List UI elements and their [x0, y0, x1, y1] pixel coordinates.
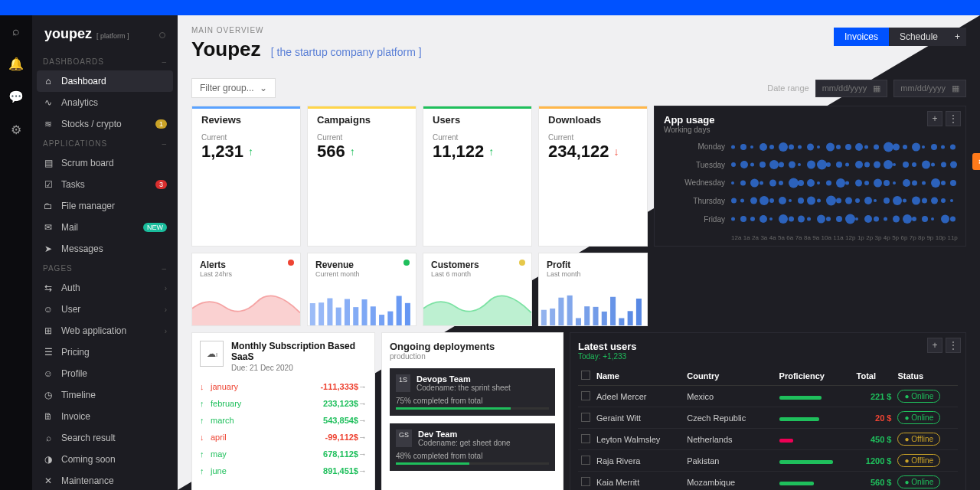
bell-icon[interactable]: 🔔 — [8, 57, 24, 71]
badge: 3 — [155, 180, 167, 189]
month-row[interactable]: ↑february233,123$ → — [200, 395, 367, 412]
svg-rect-18 — [593, 307, 599, 325]
icon-rail: ⌕ 🔔 💬 ⚙ — [0, 15, 32, 490]
svg-rect-13 — [550, 309, 555, 325]
gear-icon[interactable]: ⚙ — [11, 122, 21, 137]
sidebar-item-user[interactable]: ☺User› — [32, 299, 178, 320]
deploy-team[interactable]: GSDev TeamCodename: get sheet done48% co… — [390, 423, 555, 471]
row-checkbox[interactable] — [581, 456, 590, 465]
mini-chart-profit[interactable]: ProfitLast month — [538, 253, 648, 326]
row-checkbox[interactable] — [581, 413, 590, 422]
arrow-down-icon: ↓ — [200, 382, 211, 391]
kpi-card-users[interactable]: UsersCurrent11,122↑ — [423, 106, 532, 247]
nav-icon: ☑ — [43, 179, 54, 190]
badge: NEW — [143, 223, 167, 232]
status-badge: ● Online — [897, 411, 940, 424]
search-icon[interactable]: ⌕ — [12, 24, 20, 38]
mini-chart-alerts[interactable]: AlertsLast 24hrs — [191, 253, 301, 326]
mini-chart-customers[interactable]: CustomersLast 6 month — [423, 253, 532, 326]
sidebar-item-pricing[interactable]: ☰Pricing — [32, 341, 178, 363]
sidebar-item-auth[interactable]: ⇆Auth› — [32, 277, 178, 299]
month-row[interactable]: ↑june891,451$ → — [200, 462, 367, 479]
status-badge: ● Offline — [897, 454, 940, 467]
nav-icon: ≋ — [43, 119, 54, 129]
svg-rect-14 — [558, 298, 564, 325]
arrow-up-icon: ↑ — [200, 416, 211, 425]
arrow-down-icon: ↓ — [200, 433, 211, 442]
brand-tag: [ platform ] — [96, 32, 129, 40]
status-dot-icon — [288, 260, 294, 266]
row-checkbox[interactable] — [581, 434, 590, 443]
add-user-button[interactable]: + — [927, 338, 942, 353]
nav-icon: ☰ — [43, 347, 54, 358]
date-from-input[interactable]: mm/dd/yyyy▦ — [815, 80, 888, 97]
table-row[interactable]: Kaia MerrittMozambique560 $● Online — [578, 472, 958, 491]
sidebar-item-messages[interactable]: ➤Messages — [32, 238, 178, 260]
mini-chart-revenue[interactable]: RevenueCurrent month — [307, 253, 416, 326]
sidebar-item-stocks-crypto[interactable]: ≋Stocks / crypto1 — [32, 113, 178, 135]
sidebar-item-file-manager[interactable]: 🗀File manager — [32, 195, 178, 217]
usage-menu-button[interactable]: ⋮ — [946, 111, 961, 126]
month-row[interactable]: ↓april-99,112$ → — [200, 429, 367, 446]
date-to-input[interactable]: mm/dd/yyyy▦ — [893, 80, 966, 97]
proficiency-bar — [779, 439, 793, 443]
proficiency-bar — [779, 396, 822, 400]
svg-rect-15 — [567, 296, 573, 325]
select-all-checkbox[interactable] — [581, 371, 590, 380]
row-checkbox[interactable] — [581, 391, 590, 400]
nav-icon: ☺ — [43, 304, 54, 315]
arrow-right-icon: → — [358, 433, 367, 442]
sidebar-item-search-result[interactable]: ⌕Search result — [32, 427, 178, 449]
month-row[interactable]: ↓january-111,333$ → — [200, 378, 367, 395]
sidebar-item-mail[interactable]: ✉MailNEW — [32, 217, 178, 238]
sidebar-item-profile[interactable]: ☺Profile — [32, 363, 178, 384]
arrow-up-icon: ↑ — [200, 399, 211, 408]
filter-group-select[interactable]: Filter group... ⌄ — [191, 78, 276, 98]
row-checkbox[interactable] — [581, 477, 590, 486]
deploy-team[interactable]: 1SDevops TeamCodename: the sprint sheet7… — [390, 368, 555, 416]
brand: youpez [ platform ] — [32, 15, 178, 53]
arrow-right-icon: → — [358, 449, 367, 459]
table-row[interactable]: Raja RiveraPakistan1200 $● Offline — [578, 450, 958, 472]
invoices-button[interactable]: Invoices — [834, 28, 889, 46]
sidebar-section: APPLICATIONS– — [32, 135, 178, 152]
sidebar-section: DASHBOARDS– — [32, 53, 178, 70]
arrow-up-icon: ↑ — [200, 449, 211, 459]
svg-rect-22 — [628, 311, 633, 325]
schedule-button[interactable]: Schedule — [889, 28, 949, 46]
deployments-panel: Ongoing deployments production 1SDevops … — [381, 332, 564, 490]
month-row[interactable]: ↑may678,112$ → — [200, 446, 367, 462]
sidebar-item-tasks[interactable]: ☑Tasks3 — [32, 174, 178, 195]
sidebar-item-invoice[interactable]: 🗎Invoice — [32, 406, 178, 427]
kpi-card-reviews[interactable]: ReviewsCurrent1,231↑ — [191, 106, 301, 247]
proficiency-bar — [779, 460, 833, 464]
month-row[interactable]: ↑march543,854$ → — [200, 412, 367, 429]
status-dot-icon — [519, 260, 525, 266]
sidebar: youpez [ platform ] DASHBOARDS–⌂Dashboar… — [32, 15, 178, 490]
kpi-card-campaigns[interactable]: CampaignsCurrent566↑ — [307, 106, 416, 247]
chat-icon[interactable]: 💬 — [8, 90, 24, 104]
table-row[interactable]: Adeel MercerMexico221 $● Online — [578, 386, 958, 407]
arrow-right-icon: → — [358, 399, 367, 408]
sidebar-item-analytics[interactable]: ∿Analytics — [32, 92, 178, 113]
settings-pip-icon[interactable]: ⚙ — [972, 153, 980, 170]
app-usage-card: +⋮App usageWorking daysMondayTuesdayWedn… — [654, 106, 966, 247]
svg-rect-16 — [576, 318, 581, 325]
nav-icon: 🗀 — [43, 201, 54, 211]
sidebar-item-dashboard[interactable]: ⌂Dashboard — [37, 70, 173, 92]
nav-icon: ◑ — [43, 454, 54, 465]
sidebar-item-web-application[interactable]: ⊞Web application› — [32, 320, 178, 341]
sidebar-item-maintenance[interactable]: ✕Maintenance — [32, 470, 178, 490]
add-button[interactable]: + — [949, 28, 966, 46]
theme-dot-icon[interactable] — [159, 32, 165, 38]
table-row[interactable]: Leyton WalmsleyNetherlands450 $● Offline — [578, 429, 958, 450]
usage-add-button[interactable]: + — [927, 111, 942, 126]
sidebar-item-scrum-board[interactable]: ▤Scrum board — [32, 152, 178, 174]
kpi-card-downloads[interactable]: DownloadsCurrent234,122↓ — [538, 106, 648, 247]
users-menu-button[interactable]: ⋮ — [946, 338, 961, 353]
nav-icon: ◷ — [43, 390, 54, 400]
proficiency-bar — [779, 482, 814, 485]
sidebar-item-coming-soon[interactable]: ◑Coming soon — [32, 449, 178, 470]
sidebar-item-timeline[interactable]: ◷Timeline — [32, 384, 178, 406]
table-row[interactable]: Geraint WittCzech Republic20 $● Online — [578, 407, 958, 429]
